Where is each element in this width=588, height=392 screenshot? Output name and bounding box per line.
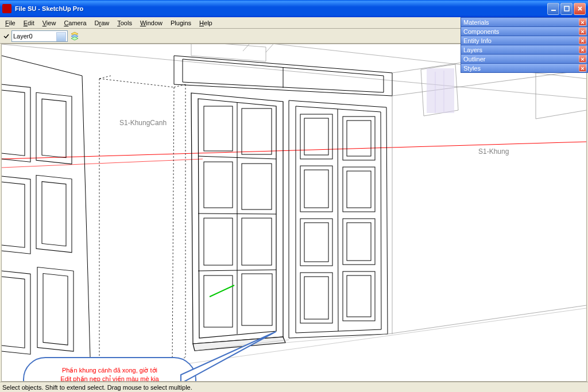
svg-rect-52: [347, 171, 371, 208]
svg-rect-50: [347, 121, 371, 156]
menu-edit[interactable]: Edit: [20, 18, 38, 28]
svg-rect-49: [343, 117, 375, 160]
svg-rect-36: [242, 218, 272, 265]
svg-rect-1: [564, 6, 569, 11]
svg-line-20: [99, 79, 174, 87]
svg-rect-13: [42, 181, 66, 246]
svg-rect-54: [347, 223, 371, 261]
svg-rect-10: [2, 175, 30, 254]
titlebar: File SU - SketchUp Pro: [0, 0, 588, 17]
svg-line-40: [338, 109, 338, 331]
panel-entityinfo[interactable]: Entity Info: [461, 36, 588, 45]
svg-rect-55: [343, 271, 375, 321]
svg-rect-35: [204, 218, 233, 265]
svg-line-5: [2, 159, 203, 168]
svg-rect-43: [300, 166, 332, 212]
minimize-button[interactable]: [547, 3, 559, 15]
layer-dropdown[interactable]: Layer0: [11, 30, 68, 42]
svg-rect-47: [300, 273, 332, 323]
callout-line1: Phần khung cánh đã xong, giờ tới: [60, 366, 158, 375]
menu-view[interactable]: View: [38, 18, 60, 28]
svg-rect-33: [204, 162, 233, 208]
model-viewport[interactable]: S1-KhungCanh S1-Khung Phần khung cánh đã…: [1, 44, 587, 382]
right-panel-stack: Materials Components Entity Info Layers …: [461, 17, 588, 72]
layer-visible-icon[interactable]: [2, 32, 10, 40]
maximize-button[interactable]: [560, 3, 572, 15]
svg-line-59: [388, 305, 586, 334]
svg-rect-38: [242, 274, 272, 325]
close-icon[interactable]: [579, 55, 586, 63]
svg-rect-0: [551, 10, 556, 11]
svg-rect-37: [204, 275, 233, 327]
svg-rect-34: [242, 164, 272, 209]
svg-rect-17: [43, 274, 68, 346]
svg-rect-60: [427, 68, 454, 113]
window-controls: [547, 3, 586, 15]
svg-rect-11: [2, 181, 25, 247]
close-icon[interactable]: [579, 64, 586, 72]
app-icon: [2, 4, 11, 13]
close-button[interactable]: [574, 3, 586, 15]
svg-rect-32: [242, 108, 272, 154]
annotation-label-1: S1-KhungCanh: [119, 119, 167, 127]
menu-help[interactable]: Help: [195, 18, 216, 28]
svg-rect-8: [36, 92, 72, 164]
panel-outliner[interactable]: Outliner: [461, 54, 588, 64]
svg-rect-7: [2, 90, 25, 156]
svg-rect-44: [304, 170, 328, 208]
menu-tools[interactable]: Tools: [113, 18, 136, 28]
svg-rect-9: [42, 99, 66, 157]
svg-rect-41: [300, 114, 332, 159]
svg-line-19: [172, 87, 174, 366]
menu-draw[interactable]: Draw: [91, 18, 114, 28]
svg-line-22: [99, 76, 111, 79]
svg-rect-12: [36, 175, 72, 253]
menu-camera[interactable]: Camera: [60, 18, 90, 28]
callout-line2: Edit phần nẹp chỉ viền màu mè kia: [60, 375, 158, 382]
svg-rect-15: [2, 276, 25, 348]
status-text: Select objects. Shift to extend select. …: [2, 384, 192, 391]
panel-components[interactable]: Components: [461, 26, 588, 36]
panel-materials[interactable]: Materials: [461, 17, 588, 27]
window-title: File SU - SketchUp Pro: [15, 5, 547, 12]
close-icon[interactable]: [579, 37, 586, 44]
svg-rect-53: [343, 219, 375, 265]
panel-layers[interactable]: Layers: [461, 45, 588, 55]
svg-rect-31: [204, 106, 233, 151]
svg-rect-51: [343, 167, 375, 212]
close-icon[interactable]: [579, 46, 586, 53]
model-render: [2, 44, 586, 381]
close-icon[interactable]: [579, 28, 586, 35]
chevron-down-icon: [60, 35, 64, 37]
close-icon[interactable]: [579, 18, 586, 26]
panel-styles[interactable]: Styles: [461, 63, 588, 73]
svg-rect-48: [304, 277, 328, 319]
svg-rect-46: [304, 223, 328, 262]
layer-dropdown-value: Layer0: [13, 33, 33, 40]
menu-plugins[interactable]: Plugins: [167, 18, 195, 28]
annotation-label-2: S1-Khung: [478, 148, 509, 156]
svg-rect-14: [2, 270, 30, 354]
svg-rect-6: [2, 83, 30, 162]
menu-window[interactable]: Window: [136, 18, 167, 28]
menu-file[interactable]: File: [1, 18, 20, 28]
svg-rect-16: [37, 267, 74, 352]
callout-annotation: Phần khung cánh đã xong, giờ tới Edit ph…: [23, 357, 196, 382]
svg-rect-56: [347, 275, 371, 317]
svg-rect-45: [300, 219, 332, 266]
layer-manager-button[interactable]: [69, 30, 80, 42]
svg-line-39: [210, 285, 234, 297]
svg-line-29: [198, 214, 276, 214]
statusbar: Select objects. Shift to extend select. …: [0, 382, 588, 392]
